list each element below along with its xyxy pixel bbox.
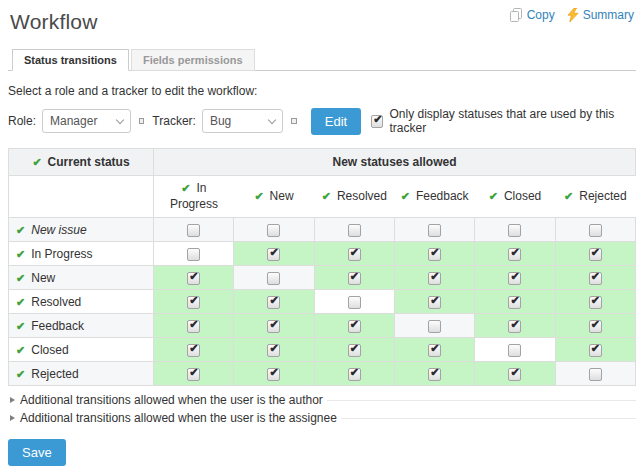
toggle-row-icon[interactable]: ✔ [16, 224, 25, 236]
toggle-row-icon[interactable]: ✔ [16, 248, 25, 260]
chevron-down-icon [115, 115, 123, 123]
tab-fields-permissions[interactable]: Fields permissions [131, 49, 255, 71]
collapsed-fieldset-toggle[interactable]: Additional transitions allowed when the … [8, 409, 636, 427]
tab-status-transitions[interactable]: Status transitions [12, 49, 129, 71]
collapsed-fieldset-toggle[interactable]: Additional transitions allowed when the … [8, 391, 636, 409]
transition-checkbox[interactable] [187, 320, 200, 333]
transition-cell [475, 362, 555, 386]
save-button[interactable]: Save [8, 439, 66, 466]
toggle-column-icon[interactable]: ✔ [181, 182, 190, 194]
transition-checkbox[interactable] [267, 344, 280, 357]
transition-cell [555, 242, 635, 266]
fieldset-legend: Additional transitions allowed when the … [20, 393, 323, 407]
transition-cell [314, 290, 394, 314]
transition-checkbox[interactable] [348, 224, 361, 237]
toggle-column-icon[interactable]: ✔ [489, 190, 498, 202]
toggle-column-icon[interactable]: ✔ [401, 190, 410, 202]
transition-checkbox[interactable] [267, 248, 280, 261]
transition-checkbox[interactable] [428, 224, 441, 237]
collapsed-fieldsets: Additional transitions allowed when the … [8, 391, 636, 427]
transition-checkbox[interactable] [589, 224, 602, 237]
transition-cell [234, 242, 314, 266]
transition-checkbox[interactable] [508, 248, 521, 261]
row-status-label: Feedback [31, 319, 84, 333]
toggle-column-icon[interactable]: ✔ [254, 190, 263, 202]
transition-checkbox[interactable] [187, 272, 200, 285]
toggle-column-icon[interactable]: ✔ [322, 190, 331, 202]
transition-checkbox[interactable] [508, 320, 521, 333]
copy-link-label: Copy [527, 8, 555, 22]
transition-checkbox[interactable] [187, 344, 200, 357]
summary-link[interactable]: Summary [567, 8, 634, 22]
transition-checkbox[interactable] [508, 344, 521, 357]
transition-checkbox[interactable] [589, 272, 602, 285]
transition-checkbox[interactable] [589, 368, 602, 381]
transition-checkbox[interactable] [267, 320, 280, 333]
toggle-row-icon[interactable]: ✔ [16, 320, 25, 332]
transition-checkbox[interactable] [348, 272, 361, 285]
transition-cell [394, 218, 474, 242]
transition-checkbox[interactable] [589, 320, 602, 333]
toggle-row-icon[interactable]: ✔ [16, 296, 25, 308]
tracker-select[interactable]: Bug [202, 109, 283, 133]
transition-checkbox[interactable] [187, 296, 200, 309]
transition-cell [475, 218, 555, 242]
transition-cell [394, 338, 474, 362]
transition-checkbox[interactable] [589, 248, 602, 261]
column-header-label: Resolved [337, 189, 387, 203]
transition-checkbox[interactable] [589, 344, 602, 357]
row-status-label: Closed [31, 343, 68, 357]
toggle-row-icon[interactable]: ✔ [16, 272, 25, 284]
transition-checkbox[interactable] [508, 296, 521, 309]
edit-button[interactable]: Edit [311, 108, 361, 135]
transition-checkbox[interactable] [348, 320, 361, 333]
column-header-closed: ✔Closed [475, 176, 555, 218]
transition-checkbox[interactable] [187, 224, 200, 237]
transition-checkbox[interactable] [428, 296, 441, 309]
fieldset-divider [327, 400, 636, 401]
transition-checkbox[interactable] [508, 368, 521, 381]
transition-checkbox[interactable] [348, 296, 361, 309]
transition-cell [154, 218, 234, 242]
transition-checkbox[interactable] [428, 368, 441, 381]
role-label: Role: [8, 114, 36, 128]
table-row-rejected: ✔Rejected [9, 362, 636, 386]
transition-checkbox[interactable] [267, 368, 280, 381]
transition-checkbox[interactable] [267, 296, 280, 309]
transition-cell [234, 362, 314, 386]
transition-checkbox[interactable] [428, 320, 441, 333]
transition-checkbox[interactable] [187, 248, 200, 261]
transition-checkbox[interactable] [428, 272, 441, 285]
transition-checkbox[interactable] [428, 344, 441, 357]
transition-checkbox[interactable] [508, 272, 521, 285]
transition-cell [314, 362, 394, 386]
copy-link[interactable]: Copy [510, 8, 555, 22]
transition-cell [475, 338, 555, 362]
role-select[interactable]: Manager [42, 109, 131, 133]
transition-checkbox[interactable] [267, 272, 280, 285]
toggle-row-icon[interactable]: ✔ [16, 368, 25, 380]
transition-checkbox[interactable] [348, 248, 361, 261]
transition-checkbox[interactable] [428, 248, 441, 261]
transition-checkbox[interactable] [348, 344, 361, 357]
transition-cell [154, 314, 234, 338]
row-status-label: In Progress [31, 247, 92, 261]
expand-tracker-select-icon[interactable] [291, 118, 297, 124]
transition-checkbox[interactable] [589, 296, 602, 309]
workflow-table: ✔Current status New statuses allowed ✔In… [8, 148, 636, 386]
tracker-select-value: Bug [210, 114, 231, 128]
transition-checkbox[interactable] [348, 368, 361, 381]
expand-role-select-icon[interactable] [139, 118, 145, 124]
table-row-new: ✔New [9, 266, 636, 290]
toggle-column-icon[interactable]: ✔ [564, 190, 573, 202]
chevron-down-icon [268, 115, 276, 123]
transition-cell [234, 266, 314, 290]
transition-checkbox[interactable] [508, 224, 521, 237]
transition-checkbox[interactable] [187, 368, 200, 381]
transition-checkbox[interactable] [267, 224, 280, 237]
toggle-all-rows-icon[interactable]: ✔ [32, 156, 41, 168]
collapsed-arrow-icon [10, 415, 15, 421]
row-status-cell: ✔Feedback [9, 314, 154, 338]
toggle-row-icon[interactable]: ✔ [16, 344, 25, 356]
only-display-checkbox[interactable] [371, 115, 383, 128]
